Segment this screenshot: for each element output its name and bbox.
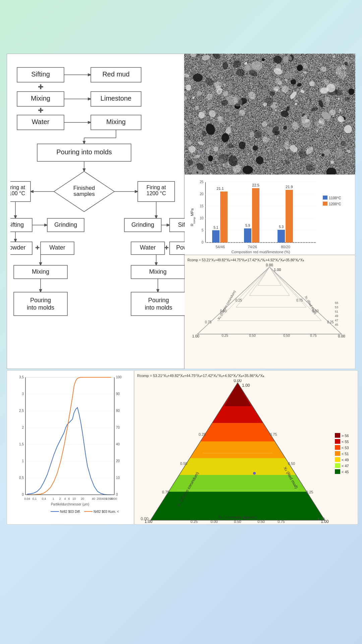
bar-chart-svg: Rcomp MPa 0 5 10 15 [189, 179, 353, 254]
svg-text:0.75: 0.75 [205, 320, 212, 324]
svg-text:0: 0 [22, 493, 24, 496]
flowchart-panel: Sifting Red mud ✚ Mixing Limestone ✚ [7, 54, 184, 369]
svg-text:1.00: 1.00 [242, 383, 250, 388]
svg-text:✚: ✚ [35, 245, 40, 251]
svg-rect-104 [323, 196, 327, 200]
svg-text:0.25: 0.25 [236, 299, 242, 302]
svg-text:Sifting: Sifting [178, 221, 185, 228]
ternary-small-panel: Rcomp = 53.21*X₁+49.82*X₂+44.75*X₃+17.42… [184, 255, 355, 369]
svg-text:Partikeldurchmesser (μm): Partikeldurchmesser (μm) [51, 502, 89, 506]
svg-text:0.25: 0.25 [327, 320, 334, 324]
svg-text:1100 °C: 1100 °C [10, 191, 25, 196]
svg-text:1: 1 [52, 497, 54, 500]
svg-text:3,5: 3,5 [19, 375, 24, 379]
svg-text:90: 90 [116, 392, 120, 396]
svg-text:1,5: 1,5 [19, 442, 24, 446]
svg-text:< 53: < 53 [342, 446, 349, 450]
svg-rect-89 [220, 192, 228, 243]
svg-text:✚: ✚ [38, 83, 44, 91]
svg-text:Pouring into molds: Pouring into molds [56, 148, 112, 156]
svg-rect-69 [131, 292, 185, 316]
svg-text:74/26: 74/26 [248, 245, 257, 249]
svg-text:0,1: 0,1 [33, 497, 37, 500]
svg-text:80/20: 80/20 [281, 245, 290, 249]
svg-text:✚: ✚ [38, 107, 44, 114]
svg-text:0.00: 0.00 [266, 264, 273, 267]
svg-rect-226 [335, 439, 340, 444]
flowchart-svg: Sifting Red mud ✚ Mixing Limestone ✚ [10, 61, 185, 363]
ternary-large-panel: Rcomp = 53.21*X₁+49.82*X₂+44.75*X₃+17.42… [134, 370, 358, 525]
svg-text:1200°C: 1200°C [329, 202, 341, 206]
svg-text:1.00: 1.00 [318, 517, 325, 521]
svg-text:0.25: 0.25 [199, 432, 206, 436]
svg-rect-96 [278, 230, 285, 243]
svg-text:Sifting: Sifting [10, 221, 24, 228]
svg-text:✚: ✚ [164, 245, 169, 251]
svg-text:0,4: 0,4 [42, 497, 46, 500]
bottom-row: 0 0,5 1 1,5 2 2,5 3 3,5 0 10 20 40 70 80… [7, 370, 355, 525]
svg-rect-97 [286, 190, 293, 243]
svg-text:0: 0 [116, 493, 118, 496]
svg-text:Firing at: Firing at [146, 184, 166, 190]
svg-text:into molds: into molds [27, 304, 54, 311]
svg-marker-109 [197, 267, 342, 334]
svg-rect-65 [14, 292, 67, 316]
svg-text:0.00: 0.00 [338, 334, 345, 338]
svg-text:Composition red mud/limestone : Composition red mud/limestone (%) [232, 250, 290, 254]
svg-text:6: 6 [68, 497, 70, 500]
svg-text:15: 15 [200, 204, 204, 208]
svg-text:Finished: Finished [73, 185, 95, 191]
svg-text:2: 2 [59, 497, 61, 500]
svg-text:Grinding: Grinding [54, 221, 77, 228]
svg-text:2,5: 2,5 [19, 409, 24, 413]
ternary-large-formula: Rcomp = 53.21*X₁+49.82*X₂+44.75*X₃+17.42… [137, 373, 355, 378]
svg-text:0.75: 0.75 [278, 520, 285, 524]
svg-rect-139 [25, 377, 114, 495]
svg-text:Nr82 $03 Kum. <: Nr82 $03 Kum. < [94, 510, 119, 514]
svg-text:10: 10 [72, 497, 76, 500]
svg-text:Powder: Powder [176, 244, 185, 251]
svg-text:Mixing: Mixing [32, 268, 49, 275]
granite-image [184, 54, 355, 174]
svg-text:51: 51 [335, 310, 338, 313]
svg-text:80: 80 [116, 409, 120, 413]
granite-canvas [184, 54, 355, 174]
svg-text:Firing at: Firing at [10, 184, 25, 190]
svg-text:Water: Water [32, 118, 50, 125]
svg-text:Pouring: Pouring [30, 297, 51, 304]
svg-text:21.9: 21.9 [286, 185, 293, 189]
svg-rect-236 [335, 469, 340, 474]
svg-text:< 49: < 49 [342, 458, 349, 462]
svg-rect-234 [335, 463, 340, 468]
svg-text:> 56: > 56 [342, 434, 349, 438]
particle-chart-panel: 0 0,5 1 1,5 2 2,5 3 3,5 0 10 20 40 70 80… [7, 370, 134, 525]
svg-text:samples: samples [73, 191, 95, 197]
svg-point-238 [253, 472, 256, 475]
svg-text:Limestone: Limestone [101, 95, 131, 102]
svg-text:0.75: 0.75 [296, 299, 303, 302]
right-panel: Rcomp MPa 0 5 10 15 [184, 54, 355, 369]
ternary-small-formula: Rcomp = 53.21*X₁+49.82*X₂+44.75*X₃+17.42… [187, 258, 352, 262]
svg-text:40: 40 [116, 442, 120, 446]
ternary-large-svg: 0.00 1.00 1.00 0.00 0.75 0.50 0.25 1.00 … [137, 379, 355, 524]
svg-text:47: 47 [335, 319, 338, 322]
svg-text:Mixing: Mixing [149, 268, 167, 275]
svg-text:200: 200 [97, 497, 102, 500]
svg-text:0.75: 0.75 [162, 490, 169, 494]
svg-text:Rcomp MPa: Rcomp MPa [190, 208, 196, 226]
svg-rect-106 [323, 202, 327, 206]
svg-text:0.75: 0.75 [310, 334, 317, 337]
svg-rect-93 [252, 188, 259, 243]
svg-text:2: 2 [22, 426, 24, 429]
svg-text:2000: 2000 [110, 497, 117, 500]
svg-rect-232 [335, 457, 340, 462]
svg-text:0.50: 0.50 [249, 334, 256, 337]
svg-text:Mixing: Mixing [106, 118, 126, 125]
svg-text:0.75: 0.75 [270, 432, 277, 436]
svg-text:0.50: 0.50 [283, 334, 290, 337]
svg-text:0.00: 0.00 [210, 520, 218, 524]
svg-rect-228 [335, 445, 340, 450]
svg-text:0.00: 0.00 [141, 517, 149, 521]
svg-text:20: 20 [116, 459, 120, 463]
ternary-small-svg: 0.00 1.00 1.00 0.00 0.75 0.50 0.25 0.25 … [187, 264, 352, 341]
